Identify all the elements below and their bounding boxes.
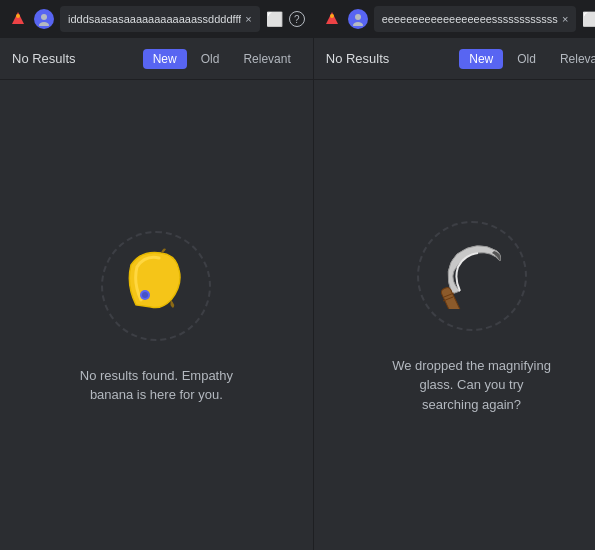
- left-tab[interactable]: idddsaasasaaaaaaaaaaaassddddfff ×: [60, 6, 260, 32]
- right-filter-tabs: New Old Relevant: [459, 49, 595, 69]
- left-no-results-label: No Results: [12, 51, 133, 66]
- right-search-bar: No Results New Old Relevant: [314, 38, 595, 80]
- left-tab-text: idddsaasasaaaaaaaaaaaassddddfff: [68, 13, 241, 25]
- left-monitor-icon[interactable]: ⬜: [266, 11, 283, 27]
- left-topbar-actions: ⬜ ?: [266, 11, 305, 27]
- right-empty-state: We dropped the magnifying glass. Can you…: [314, 80, 595, 550]
- left-avatar[interactable]: [34, 9, 54, 29]
- left-tab-close[interactable]: ×: [245, 13, 251, 25]
- left-question-icon[interactable]: ?: [289, 11, 305, 27]
- right-filter-old[interactable]: Old: [507, 49, 546, 69]
- svg-point-7: [353, 22, 363, 26]
- sickle-icon: [432, 239, 512, 313]
- svg-point-5: [330, 14, 334, 18]
- right-illustration: [412, 216, 532, 336]
- left-logo-icon[interactable]: [8, 9, 28, 29]
- svg-point-0: [16, 14, 20, 18]
- left-search-bar: No Results New Old Relevant: [0, 38, 313, 80]
- right-tab[interactable]: eeeeeeeeeeeeeeeeeessssssssssss ×: [374, 6, 577, 32]
- banana-icon: [121, 244, 191, 323]
- left-filter-new[interactable]: New: [143, 49, 187, 69]
- right-filter-relevant[interactable]: Relevant: [550, 49, 595, 69]
- right-topbar-actions: ⬜ ?: [582, 11, 595, 27]
- left-empty-state: No results found. Empathy banana is here…: [0, 80, 313, 550]
- right-avatar[interactable]: [348, 9, 368, 29]
- right-logo-icon[interactable]: [322, 9, 342, 29]
- left-empty-text: No results found. Empathy banana is here…: [76, 366, 236, 405]
- right-panel: eeeeeeeeeeeeeeeeeessssssssssss × ⬜ ? No …: [314, 0, 595, 550]
- right-tab-close[interactable]: ×: [562, 13, 568, 25]
- svg-point-6: [355, 14, 361, 20]
- left-panel: idddsaasasaaaaaaaaaaaassddddfff × ⬜ ? No…: [0, 0, 314, 550]
- right-monitor-icon[interactable]: ⬜: [582, 11, 595, 27]
- left-topbar: idddsaasasaaaaaaaaaaaassddddfff × ⬜ ?: [0, 0, 313, 38]
- right-tab-text: eeeeeeeeeeeeeeeeeessssssssssss: [382, 13, 558, 25]
- right-empty-text: We dropped the magnifying glass. Can you…: [392, 356, 552, 415]
- left-filter-old[interactable]: Old: [191, 49, 230, 69]
- left-filter-tabs: New Old Relevant: [143, 49, 301, 69]
- svg-point-4: [142, 291, 148, 297]
- left-filter-relevant[interactable]: Relevant: [233, 49, 300, 69]
- svg-point-1: [41, 14, 47, 20]
- left-illustration: [96, 226, 216, 346]
- right-topbar: eeeeeeeeeeeeeeeeeessssssssssss × ⬜ ?: [314, 0, 595, 38]
- right-no-results-label: No Results: [326, 51, 449, 66]
- right-filter-new[interactable]: New: [459, 49, 503, 69]
- svg-point-2: [39, 22, 49, 26]
